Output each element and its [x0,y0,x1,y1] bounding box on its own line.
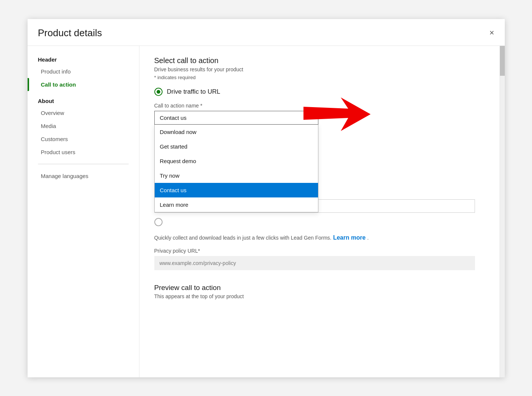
radio-button-lead-gen[interactable] [154,218,163,226]
required-note: * indicates required [154,75,490,80]
dropdown-item-download-now[interactable]: Download now [155,125,318,139]
privacy-label: Privacy policy URL* [154,248,490,254]
cta-dropdown-value: Contact us [160,115,187,121]
chevron-down-icon: ▼ [308,115,313,121]
cta-dropdown-menu: Download now Get started Request demo Tr… [154,125,318,212]
dropdown-item-get-started[interactable]: Get started [155,139,318,154]
lead-gen-text: Quickly collect and download leads in ju… [154,235,331,241]
close-button[interactable]: × [489,29,494,37]
sidebar-item-label: Manage languages [41,173,89,179]
preview-title: Preview call to action [154,284,490,292]
sidebar-item-call-to-action[interactable]: Call to action [28,78,139,91]
lead-gen-section: Quickly collect and download leads in ju… [154,234,490,241]
lead-gen-period: . [367,235,369,241]
sidebar-item-product-users[interactable]: Product users [28,146,139,159]
sidebar-section-about[interactable]: About [28,94,139,106]
radio-drive-traffic[interactable]: Drive traffic to URL [154,88,490,96]
sidebar-item-overview[interactable]: Overview [28,106,139,119]
dialog-header: Product details × [28,19,505,46]
lead-gen-learn-more-link[interactable]: Learn more [333,234,365,241]
preview-subtitle: This appears at the top of your product [154,293,490,299]
section-title: Select call to action [154,56,490,65]
section-subtitle: Drive business results for your product [154,66,490,72]
radio-label-drive-traffic: Drive traffic to URL [167,88,220,96]
sidebar-item-media[interactable]: Media [28,119,139,132]
radio-indicator [157,90,160,94]
sidebar: Header Product info Call to action About… [28,46,139,377]
sidebar-item-label: Product info [41,68,71,75]
radio-button-drive-traffic[interactable] [154,88,163,96]
cta-dropdown-wrapper: Contact us ▼ Download now Get started Re… [154,111,318,125]
sidebar-item-customers[interactable]: Customers [28,132,139,146]
dropdown-item-request-demo[interactable]: Request demo [155,154,318,168]
sidebar-item-label: Call to action [41,81,76,88]
main-content: Select call to action Drive business res… [139,46,505,377]
cta-dropdown[interactable]: Contact us ▼ [154,111,318,125]
radio-lead-gen[interactable] [154,218,490,226]
scrollbar-thumb[interactable] [500,46,505,76]
privacy-input[interactable] [154,256,475,270]
dialog-title: Product details [38,27,102,39]
dialog-body: Header Product info Call to action About… [28,46,505,377]
dropdown-item-learn-more[interactable]: Learn more [155,197,318,212]
cta-name-label: Call to action name * [154,103,490,109]
sidebar-divider [38,164,129,164]
sidebar-item-label: Customers [41,136,68,142]
dropdown-item-try-now[interactable]: Try now [155,168,318,183]
sidebar-item-manage-languages[interactable]: Manage languages [28,169,139,183]
dropdown-item-contact-us[interactable]: Contact us [155,183,318,197]
sidebar-item-product-info[interactable]: Product info [28,65,139,78]
product-details-dialog: Product details × Header Product info Ca… [28,19,505,377]
preview-section: Preview call to action This appears at t… [154,284,490,299]
sidebar-item-label: Product users [41,149,76,155]
sidebar-item-label: Overview [41,110,64,116]
sidebar-item-label: Media [41,123,56,129]
sidebar-section-header[interactable]: Header [28,53,139,65]
scrollbar-track [500,46,505,377]
